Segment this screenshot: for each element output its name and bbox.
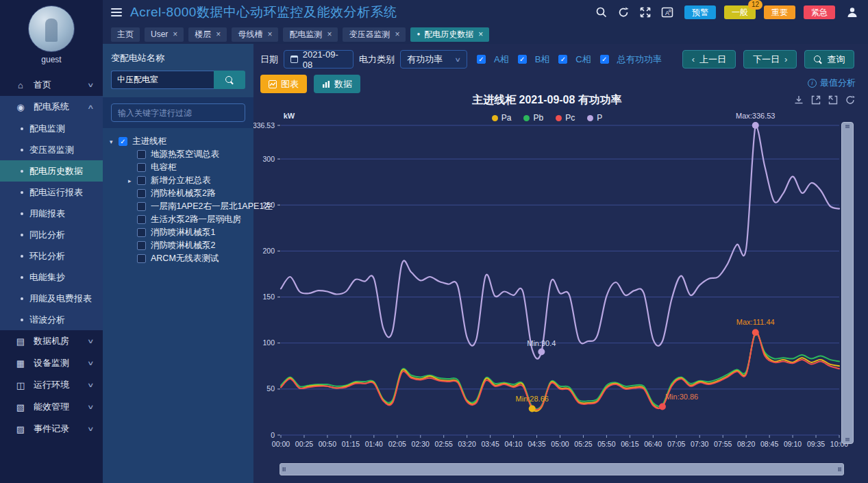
tree-checkbox[interactable]: [137, 228, 146, 237]
sidebar-item-power-system[interactable]: ◉配电系统∧: [0, 96, 103, 118]
slider-handle[interactable]: [843, 123, 852, 129]
tab-close-icon[interactable]: ×: [478, 30, 483, 39]
station-name-input[interactable]: [111, 71, 214, 89]
slider-handle[interactable]: [843, 436, 852, 443]
checkbox[interactable]: ✓: [477, 55, 486, 64]
sidebar-item-device-monitor[interactable]: ▦设备监测∨: [0, 352, 103, 374]
tab-active[interactable]: ●配电历史数据×: [410, 27, 489, 42]
series-line-Pb[interactable]: [281, 334, 839, 409]
sidebar-subitem[interactable]: 配电监测: [0, 118, 103, 139]
tree-checkbox[interactable]: [137, 202, 146, 211]
legend-item-Pc[interactable]: Pc: [556, 113, 575, 123]
tree-checkbox[interactable]: [137, 189, 146, 198]
sidebar-subitem[interactable]: 配电历史数据: [0, 160, 103, 182]
tab-item[interactable]: 楼层×: [188, 27, 227, 42]
legend-item-P[interactable]: P: [587, 113, 602, 123]
sidebar-subitem[interactable]: 配电运行报表: [0, 182, 103, 203]
tree-checkbox[interactable]: [137, 254, 146, 263]
fullscreen-icon[interactable]: [639, 6, 652, 18]
max-analysis-link[interactable]: i 最值分析: [808, 77, 856, 89]
vertical-datazoom-slider[interactable]: [841, 122, 854, 444]
tree-checkbox[interactable]: ✓: [119, 137, 127, 146]
tree-node[interactable]: 消防喷淋机械泵1: [128, 226, 249, 239]
language-icon[interactable]: AR: [661, 6, 673, 18]
line-chart[interactable]: 050100150200250300336.53kW00:0000:2500:5…: [253, 110, 868, 456]
alarm-button-warning[interactable]: 预警: [684, 5, 716, 19]
phase-checkbox-C相[interactable]: ✓C相: [558, 53, 591, 66]
tab-item[interactable]: User×: [145, 27, 184, 42]
sidebar-subitem[interactable]: 电能集抄: [0, 267, 103, 288]
slider-handle[interactable]: [281, 465, 287, 473]
checkbox[interactable]: ✓: [518, 55, 527, 64]
prev-day-button[interactable]: ‹ 上一日: [682, 50, 736, 69]
query-button[interactable]: 查询: [804, 50, 854, 69]
search-icon[interactable]: [595, 6, 608, 18]
alarm-button-urgent[interactable]: 紧急: [804, 5, 835, 19]
slider-handle[interactable]: [836, 465, 843, 473]
power-type-select[interactable]: 有功功率 ∨: [400, 50, 467, 69]
series-line-Pc[interactable]: [281, 332, 839, 410]
tree-checkbox[interactable]: [137, 241, 146, 250]
tab-item[interactable]: 配电监测×: [283, 27, 338, 42]
date-input[interactable]: 2021-09-08: [284, 50, 354, 69]
menu-toggle-icon[interactable]: [111, 8, 122, 16]
tree-checkbox[interactable]: [137, 163, 146, 172]
tab-item[interactable]: 主页: [111, 27, 140, 42]
phase-checkbox-总有功功率[interactable]: ✓总有功功率: [600, 53, 662, 66]
tab-close-icon[interactable]: ×: [395, 30, 399, 39]
tab-item[interactable]: 变压器监测×: [343, 27, 406, 42]
tree-node[interactable]: 消防喷淋机械泵2: [128, 239, 249, 252]
tab-close-icon[interactable]: ×: [267, 30, 272, 39]
tab-close-icon[interactable]: ×: [216, 30, 221, 39]
tree-checkbox[interactable]: [137, 215, 146, 224]
tree-expanded-icon[interactable]: ▾: [110, 138, 119, 145]
tab-close-icon[interactable]: ×: [327, 30, 332, 39]
sidebar-item-energy[interactable]: ▧能效管理∨: [0, 396, 103, 418]
refresh-icon[interactable]: [617, 6, 630, 18]
restore-icon[interactable]: [845, 95, 856, 106]
chart-mode-button[interactable]: 图表: [260, 75, 307, 93]
phase-checkbox-B相[interactable]: ✓B相: [518, 53, 550, 66]
tree-node[interactable]: ARCM无线表测试: [128, 252, 249, 265]
tree-checkbox[interactable]: [137, 176, 146, 185]
tree-node[interactable]: 地源热泵空调总表: [128, 148, 249, 161]
tree-node[interactable]: ▸新增分立柜总表: [128, 174, 249, 187]
legend-item-Pa[interactable]: Pa: [492, 113, 512, 123]
next-day-button[interactable]: 下一日 ›: [743, 50, 797, 69]
sidebar-subitem[interactable]: 环比分析: [0, 245, 103, 267]
data-mode-button[interactable]: 数据: [314, 75, 360, 93]
tree-collapsed-icon[interactable]: ▸: [128, 177, 137, 184]
tree-node[interactable]: 一层南1APE2右一层北1APE1左: [128, 200, 249, 213]
sidebar-item-data-room[interactable]: ▤数据机房∨: [0, 330, 103, 352]
tab-item[interactable]: 母线槽×: [232, 27, 278, 42]
sidebar-subitem[interactable]: 变压器监测: [0, 139, 103, 160]
save-image-icon[interactable]: [793, 95, 804, 106]
sidebar-item-home[interactable]: ⌂首页∨: [0, 74, 103, 96]
sidebar-subitem[interactable]: 用能及电费报表: [0, 288, 103, 309]
sidebar-subitem[interactable]: 用能报表: [0, 203, 103, 224]
tree-root-node[interactable]: ▾✓主进线柜: [110, 135, 249, 148]
checkbox[interactable]: ✓: [600, 55, 609, 64]
avatar[interactable]: [28, 5, 75, 52]
tree-node[interactable]: 消防栓机械泵2路: [128, 187, 249, 200]
legend-item-Pb[interactable]: Pb: [523, 113, 543, 123]
tree-node[interactable]: 电容柜: [128, 161, 249, 174]
sidebar-subitem[interactable]: 同比分析: [0, 224, 103, 245]
sidebar-item-events[interactable]: ▨事件记录∨: [0, 418, 103, 440]
horizontal-datazoom-slider[interactable]: [280, 463, 844, 475]
zoom-icon[interactable]: [810, 95, 821, 106]
tab-close-icon[interactable]: ×: [173, 30, 177, 39]
alarm-button-important[interactable]: 重要: [764, 5, 795, 19]
user-icon[interactable]: [846, 6, 858, 18]
zoom-reset-icon[interactable]: [828, 95, 839, 106]
alarm-button-general[interactable]: 一般12: [724, 5, 756, 19]
checkbox[interactable]: ✓: [558, 55, 567, 64]
station-search-button[interactable]: [214, 71, 245, 89]
sidebar-subitem[interactable]: 谐波分析: [0, 309, 103, 330]
tree-node[interactable]: 生活水泵2路一层弱电房: [128, 213, 249, 226]
tree-filter-input[interactable]: [111, 103, 245, 122]
tree-checkbox[interactable]: [137, 150, 146, 159]
series-line-Pa[interactable]: [281, 332, 839, 411]
phase-checkbox-A相[interactable]: ✓A相: [477, 53, 509, 66]
sidebar-item-environment[interactable]: ◫运行环境∨: [0, 374, 103, 396]
